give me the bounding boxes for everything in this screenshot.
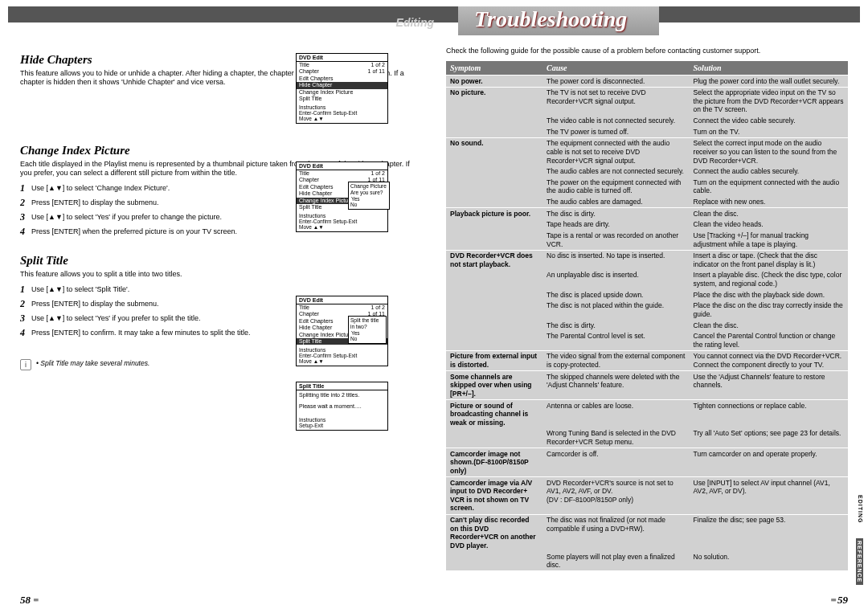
table-row: An unplayable disc is inserted.Insert a … (446, 270, 848, 289)
table-row: The power on the equipment connected wit… (446, 177, 848, 196)
change-index-heading: Change Index Picture (20, 144, 422, 157)
table-row: The audio cables are damaged.Replace wit… (446, 197, 848, 208)
table-row: Tape heads are dirty.Clean the video hea… (446, 219, 848, 231)
th-symptom: Symptom (446, 61, 542, 76)
table-row: The disc is dirty.Clean the disc. (446, 320, 848, 331)
menu2-title: DVD Edit (297, 162, 387, 170)
troubleshoot-intro: Check the following guide for the possib… (446, 47, 848, 55)
side-tab-editing: EDITING (858, 495, 863, 523)
menu4-title: Split Title (297, 382, 387, 390)
table-row: The video cable is not connected securel… (446, 116, 848, 127)
menu3-title: DVD Edit (297, 296, 387, 304)
troubleshoot-table: Symptom Cause Solution No power.The powe… (446, 61, 848, 570)
th-solution: Solution (690, 61, 848, 76)
menu1-title: DVD Edit (297, 54, 387, 62)
table-row: Tape is a rental or was recorded on anot… (446, 230, 848, 250)
menu-box-progress: Split Title Splitting title into 2 title… (296, 382, 388, 431)
table-row: The audio cables are not connected secur… (446, 166, 848, 178)
split-title-heading: Split Title (20, 254, 422, 268)
info-icon: i (20, 359, 31, 370)
table-row: Can't play disc recorded on this DVD Rec… (446, 514, 848, 551)
page-num-right: 59 (837, 594, 848, 606)
title-wrap: Troubleshooting (458, 6, 659, 35)
table-row: No sound.The equipment connected with th… (446, 137, 848, 166)
menu2-sub: Change Picture Are you sure? Yes No (348, 182, 390, 210)
split-title-body: This feature allows you to split a title… (20, 270, 422, 279)
header-bar: Editing Troubleshooting (8, 6, 860, 22)
table-row: The disc is placed upside down.Place the… (446, 289, 848, 300)
table-row: Some channels are skipped over when usin… (446, 371, 848, 400)
table-row: Camcorder image not shown.(DF-8100P/8150… (446, 448, 848, 477)
th-cause: Cause (542, 61, 690, 76)
side-tab-reference: REFERENCE (856, 538, 863, 585)
page-footer: 58 ▪▪ ▪▪ 59 (0, 594, 868, 607)
table-row: No picture.The TV is not set to receive … (446, 87, 848, 115)
table-row: The Parental Control level is set.Cancel… (446, 331, 848, 351)
table-row: No power.The power cord is disconnected.… (446, 76, 848, 88)
category-label: Editing (396, 16, 434, 29)
table-row: Playback picture is poor.The disc is dir… (446, 208, 848, 219)
table-row: The TV power is turned off.Turn on the T… (446, 126, 848, 137)
table-row: Picture or sound of broadcasting channel… (446, 400, 848, 428)
table-row: Some players will not play even a finali… (446, 551, 848, 570)
table-row: The disc is not placed within the guide.… (446, 300, 848, 320)
table-row: DVD Recorder+VCR does not start playback… (446, 250, 848, 270)
page-title: Troubleshooting (458, 6, 659, 35)
menu3-sub: Split the title in two? Yes No (348, 316, 387, 344)
page-num-left: 58 (20, 594, 31, 606)
table-row: Camcorder image via A/V input to DVD Rec… (446, 477, 848, 515)
table-row: Picture from external input is distorted… (446, 350, 848, 370)
table-row: Wrong Tuning Band is selected in the DVD… (446, 428, 848, 448)
menu-box-hide: DVD Edit Title1 of 2 Chapter1 of 11 Edit… (296, 53, 388, 124)
